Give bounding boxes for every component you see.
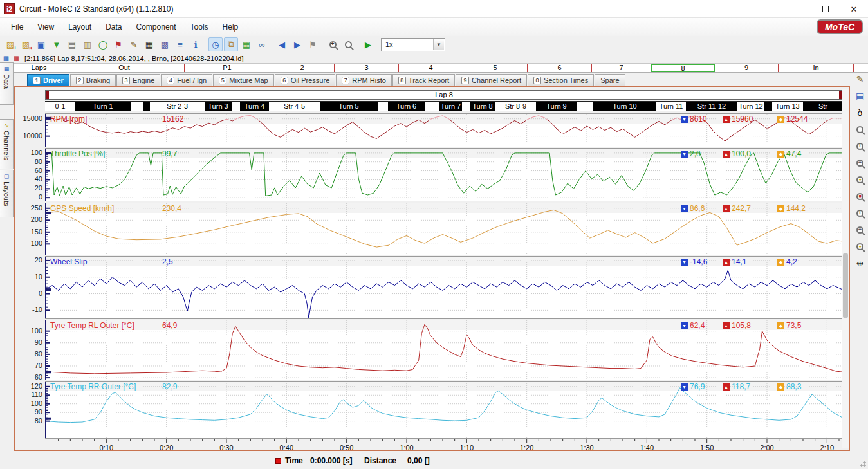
max-marker-icon: ▲ [723, 322, 730, 329]
flag-icon[interactable]: ⚑ [306, 37, 320, 51]
zoom-in-horizontal-icon[interactable]: + [853, 139, 867, 153]
axis-tick-wheel-slip: 20 [15, 256, 42, 264]
properties-icon[interactable]: ✎ [853, 72, 867, 86]
lap-cell-5[interactable]: 5 [463, 64, 528, 72]
lap-cell-p1[interactable]: P1 [185, 64, 270, 72]
zoom-out-icon[interactable] [341, 37, 355, 51]
menu-item-file[interactable]: File [4, 20, 30, 34]
menu-item-layout[interactable]: Layout [61, 20, 98, 34]
tab-spare[interactable]: Spare [595, 74, 625, 86]
worksheet-tab-bar: 1Driver2Braking3Engine4Fuel / Ign5Mixtur… [14, 73, 868, 86]
minimize-button[interactable]: — [783, 0, 811, 18]
resize-grip[interactable] [858, 459, 866, 467]
channel-label-rpm-rpm[interactable]: RPM [rpm] [50, 115, 87, 124]
section-turn-3: Turn 3 [205, 102, 232, 111]
close-worksheet-icon[interactable]: ▨× [19, 37, 33, 51]
info-icon[interactable]: ℹ [189, 37, 203, 51]
channel-label-tyre-temp-rl-outer-c[interactable]: Tyre Temp RL Outer [°C] [50, 321, 134, 330]
lap-cell-7[interactable]: 7 [592, 64, 651, 72]
zoom-lock-icon[interactable]: ■ [853, 189, 867, 203]
tab-channel-report[interactable]: 9Channel Report [456, 74, 527, 86]
channel-label-gps-speed-km-h[interactable]: GPS Speed [km/h] [50, 204, 114, 213]
link-icon[interactable]: ∞ [255, 37, 269, 51]
side-tab-channels[interactable]: ∿Channels [0, 119, 14, 169]
print-icon[interactable]: ▤ [65, 37, 79, 51]
lap-cell-out[interactable]: Out [64, 64, 185, 72]
channel-label-throttle-pos[interactable]: Throttle Pos [%] [50, 149, 105, 158]
tab-mixture-map[interactable]: 5Mixture Map [213, 74, 274, 86]
lap-info-text: [2:11.866] Lap 8,17:51:04, 28.06.2014, ,… [24, 55, 243, 62]
tab-fuel-ign[interactable]: 4Fuel / Ign [161, 74, 212, 86]
min-value: -14,6 [690, 257, 707, 266]
open-worksheet-icon[interactable]: ▨+ [3, 37, 17, 51]
zoom-full-horizontal-icon[interactable]: ● [853, 172, 867, 187]
display-settings-icon[interactable]: ▤ [853, 89, 867, 103]
avg-value: 12544 [786, 115, 808, 124]
lap-cell-9[interactable]: 9 [715, 64, 779, 72]
tab-section-times[interactable]: 0Section Times [528, 74, 594, 86]
time-mode-icon[interactable]: ◷ [208, 37, 223, 51]
chevron-down-icon[interactable]: ▼ [433, 39, 444, 50]
zoom-in-vertical-icon[interactable]: + [853, 206, 867, 220]
maths-icon[interactable]: ▩ [158, 37, 172, 51]
menu-item-tools[interactable]: Tools [183, 20, 216, 34]
menu-item-data[interactable]: Data [98, 20, 129, 34]
lap-cell-4[interactable]: 4 [399, 64, 463, 72]
zoom-full-vertical-icon[interactable]: ● [853, 239, 867, 253]
side-tab-layouts[interactable]: ▢Layouts [0, 170, 14, 217]
zoom-out-horizontal-icon[interactable]: − [853, 156, 867, 170]
lap-cell-3[interactable]: 3 [335, 64, 399, 72]
tab-rpm-histo[interactable]: 7RPM Histo [336, 74, 392, 86]
maximize-button[interactable] [811, 0, 840, 18]
save-icon[interactable]: ▣ [34, 37, 48, 51]
tab-engine[interactable]: 3Engine [116, 74, 160, 86]
overlay-icon[interactable]: ⧉ [224, 37, 238, 51]
tab-oil-pressure[interactable]: 6Oil Pressure [275, 74, 336, 86]
lap-cell-6[interactable]: 6 [528, 64, 592, 72]
delta-icon[interactable]: δ [853, 106, 867, 120]
status-time-value: 0:00.000 [s] [310, 456, 352, 465]
track-map-icon[interactable]: ◯ [96, 37, 110, 51]
play-icon[interactable]: ▶ [361, 37, 375, 51]
marker-pin-icon[interactable]: ⚑ [111, 37, 125, 51]
scrollbar-thumb[interactable] [843, 253, 848, 318]
tab-track-report[interactable]: 8Track Report [392, 74, 455, 86]
playback-speed-combo[interactable]: 1x▼ [381, 38, 445, 51]
side-tab-data[interactable]: ▦Data [0, 62, 14, 105]
menu-item-view[interactable]: View [30, 20, 61, 34]
data-window-icon[interactable]: ▦ [2, 55, 10, 62]
motec-file-icon: ▦ [12, 55, 21, 62]
laps-bar-title: Laps [14, 64, 64, 72]
edit-icon[interactable]: ✎ [127, 37, 141, 51]
menu-item-component[interactable]: Component [129, 20, 183, 34]
time-tick-0-40: 0:40 [273, 444, 299, 452]
vertical-scrollbar[interactable] [842, 89, 849, 448]
export-icon[interactable]: ▼ [50, 37, 64, 51]
stat-min-throttle-pos: ▼2,0 [681, 149, 701, 158]
menu-item-help[interactable]: Help [216, 20, 246, 34]
lap-cell-2[interactable]: 2 [270, 64, 335, 72]
report-icon[interactable]: ≡ [173, 37, 187, 51]
magnifier-glyph: ● [856, 243, 863, 250]
zoom-cursor-icon[interactable] [853, 122, 867, 136]
channel-label-wheel-slip[interactable]: Wheel Slip [50, 257, 87, 266]
ruler-icon[interactable]: ⇹ [853, 256, 867, 270]
close-button[interactable]: ✕ [840, 0, 868, 18]
axis-tick-tyre-temp-rl-outer-c: 90 [15, 338, 42, 346]
zoom-in-icon[interactable]: + [326, 37, 340, 51]
print-preview-icon[interactable]: ▥ [80, 37, 95, 51]
zoom-out-vertical-icon[interactable]: − [853, 223, 867, 237]
lap-cell-8[interactable]: 8 [651, 64, 715, 72]
grid-icon[interactable]: ▦ [239, 37, 254, 51]
max-marker-icon: ▲ [723, 116, 730, 123]
tab-braking[interactable]: 2Braking [70, 74, 116, 86]
video-icon[interactable]: ▦ [142, 37, 156, 51]
channel-value-tyre-temp-rr-outer-c: 82,9 [162, 382, 177, 391]
channel-label-tyre-temp-rr-outer-c[interactable]: Tyre Temp RR Outer [°C] [50, 382, 136, 391]
tab-number-badge: 3 [122, 77, 130, 84]
time-axis: m:s 0:100:200:300:400:501:001:101:201:30… [0, 440, 868, 449]
tab-driver[interactable]: 1Driver [27, 74, 69, 86]
prev-lap-icon[interactable]: ◀ [275, 37, 289, 51]
next-lap-icon[interactable]: ▶ [290, 37, 304, 51]
lap-cell-in[interactable]: In [779, 64, 854, 72]
